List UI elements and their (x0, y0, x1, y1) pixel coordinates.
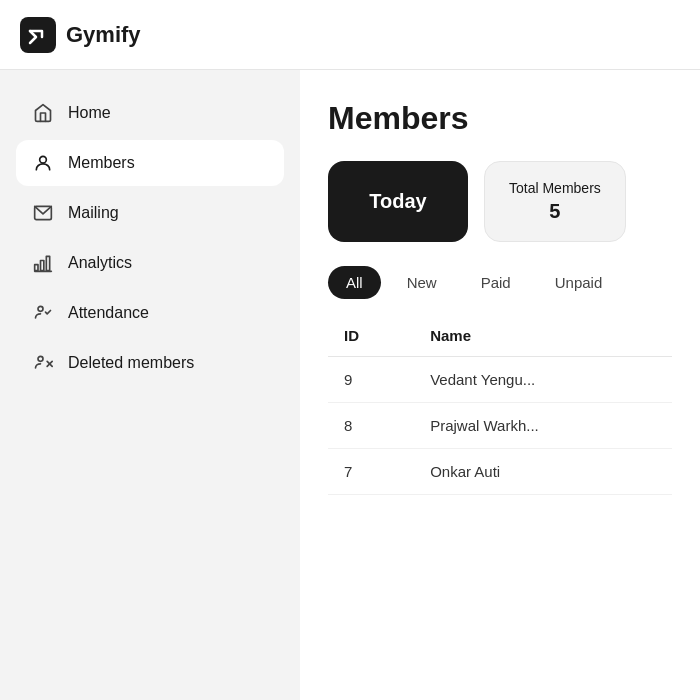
sidebar-item-label-analytics: Analytics (68, 254, 132, 272)
cell-name: Prajwal Warkh... (414, 403, 672, 449)
svg-rect-5 (46, 256, 49, 270)
analytics-icon (32, 252, 54, 274)
attendance-icon (32, 302, 54, 324)
svg-rect-4 (41, 261, 44, 271)
tab-unpaid[interactable]: Unpaid (537, 266, 621, 299)
sidebar-item-label-deleted: Deleted members (68, 354, 194, 372)
tab-paid[interactable]: Paid (463, 266, 529, 299)
sidebar-item-label-mailing: Mailing (68, 204, 119, 222)
cell-name: Vedant Yengu... (414, 357, 672, 403)
svg-point-1 (40, 156, 47, 163)
stat-total-label: Total Members (509, 180, 601, 196)
sidebar-item-mailing[interactable]: Mailing (16, 190, 284, 236)
page-title: Members (328, 100, 672, 137)
stats-row: Today Total Members 5 (328, 161, 672, 242)
svg-point-7 (38, 306, 43, 311)
sidebar-item-attendance[interactable]: Attendance (16, 290, 284, 336)
cell-id: 8 (328, 403, 414, 449)
sidebar-item-label-attendance: Attendance (68, 304, 149, 322)
svg-rect-3 (35, 265, 38, 271)
cell-id: 7 (328, 449, 414, 495)
sidebar: Home Members Mailing (0, 70, 300, 700)
table-row[interactable]: 8 Prajwal Warkh... (328, 403, 672, 449)
mailing-icon (32, 202, 54, 224)
svg-rect-0 (20, 17, 56, 53)
stat-card-total: Total Members 5 (484, 161, 626, 242)
sidebar-item-label-members: Members (68, 154, 135, 172)
column-header-id: ID (328, 315, 414, 357)
header: Gymify (0, 0, 700, 70)
tab-all[interactable]: All (328, 266, 381, 299)
sidebar-item-home[interactable]: Home (16, 90, 284, 136)
stat-today-label: Today (369, 190, 426, 213)
table-row[interactable]: 9 Vedant Yengu... (328, 357, 672, 403)
stat-card-today[interactable]: Today (328, 161, 468, 242)
main-content: Members Today Total Members 5 All New Pa… (300, 70, 700, 700)
filter-tabs: All New Paid Unpaid (328, 266, 672, 299)
stat-total-value: 5 (549, 200, 560, 223)
app-name: Gymify (66, 22, 141, 48)
members-icon (32, 152, 54, 174)
sidebar-item-label-home: Home (68, 104, 111, 122)
deleted-icon (32, 352, 54, 374)
tab-new[interactable]: New (389, 266, 455, 299)
svg-point-8 (38, 356, 43, 361)
table-header-row: ID Name (328, 315, 672, 357)
table-row[interactable]: 7 Onkar Auti (328, 449, 672, 495)
home-icon (32, 102, 54, 124)
cell-name: Onkar Auti (414, 449, 672, 495)
cell-id: 9 (328, 357, 414, 403)
sidebar-item-analytics[interactable]: Analytics (16, 240, 284, 286)
members-table: ID Name 9 Vedant Yengu... 8 Prajwal Wark… (328, 315, 672, 495)
sidebar-item-members[interactable]: Members (16, 140, 284, 186)
column-header-name: Name (414, 315, 672, 357)
app-logo (20, 17, 56, 53)
sidebar-item-deleted[interactable]: Deleted members (16, 340, 284, 386)
